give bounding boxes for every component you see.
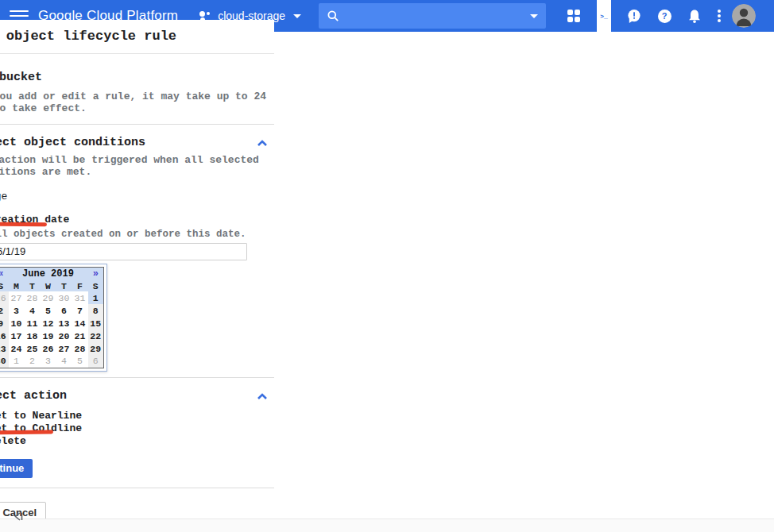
calendar-day[interactable]: 26	[41, 342, 56, 355]
calendar-day[interactable]: 27	[56, 342, 72, 355]
apps-grid-icon[interactable]	[567, 9, 581, 23]
search-icon	[327, 10, 339, 22]
calendar-day[interactable]: 28	[25, 291, 41, 304]
divider	[0, 124, 274, 125]
cloud-shell-icon[interactable]: >_	[597, 9, 611, 23]
calendar-day[interactable]: 21	[72, 330, 88, 342]
calendar-day[interactable]: 3	[9, 304, 25, 317]
calendar-day[interactable]: 20	[56, 330, 72, 342]
red-underline-annotation	[0, 222, 47, 226]
feedback-icon[interactable]	[627, 9, 641, 23]
calendar-day[interactable]: 22	[88, 330, 104, 342]
action-nearline-row: Set to Nearline	[0, 410, 274, 422]
main-panel: Add object lifecycle rule bruno-bucket A…	[0, 20, 274, 532]
calendar-day[interactable]: 26	[0, 291, 9, 304]
calendar-day[interactable]: 1	[9, 355, 25, 368]
calendar-day[interactable]: 9	[0, 317, 9, 330]
page-title: Add object lifecycle rule	[0, 29, 176, 44]
calendar-body: 2627282930311234567891011121314151617181…	[0, 291, 104, 368]
calendar-day[interactable]: 25	[25, 342, 41, 355]
divider	[0, 377, 274, 378]
search-input[interactable]	[346, 10, 522, 22]
calendar-day[interactable]: 29	[41, 291, 56, 304]
avatar[interactable]	[732, 4, 756, 28]
calendar-month-title: June 2019	[9, 267, 88, 280]
action-coldline-row: Set to Coldline	[0, 422, 274, 434]
bucket-name: bruno-bucket	[0, 71, 274, 84]
calendar-dow-row: SMTWTFS	[0, 280, 104, 291]
calendar-day[interactable]: 15	[88, 317, 104, 330]
help-icon[interactable]: ?	[657, 9, 671, 23]
calendar-day[interactable]: 2	[25, 355, 41, 368]
calendar-day[interactable]: 18	[25, 330, 41, 342]
calendar-day[interactable]: 28	[72, 342, 88, 355]
calendar-day[interactable]: 29	[88, 342, 104, 355]
calendar-day[interactable]: 7	[72, 304, 88, 317]
calendar-dow: M	[9, 280, 25, 291]
calendar-prev-icon[interactable]: «	[0, 267, 9, 280]
calendar-day[interactable]: 11	[25, 317, 41, 330]
bottom-strip	[0, 519, 774, 532]
calendar-day[interactable]: 5	[41, 304, 56, 317]
calendar-day[interactable]: 8	[88, 304, 104, 317]
calendar-day[interactable]: 4	[25, 304, 41, 317]
calendar-day[interactable]: 6	[56, 304, 72, 317]
calendar-day-selected[interactable]: 1	[88, 291, 104, 304]
calendar-day[interactable]: 2	[0, 304, 9, 317]
rule-note: After you add or edit a rule, it may tak…	[0, 91, 274, 114]
collapse-sidebar-icon[interactable]	[13, 511, 24, 525]
calendar-dow: T	[25, 280, 41, 291]
page-header: Add object lifecycle rule	[0, 20, 274, 54]
creation-date-help: All objects created on or before this da…	[0, 229, 274, 240]
calendar-day[interactable]: 10	[9, 317, 25, 330]
calendar-day[interactable]: 31	[72, 291, 88, 304]
calendar-day[interactable]: 5	[72, 355, 88, 368]
condition-age-row: Age	[0, 191, 274, 202]
divider	[0, 488, 274, 488]
calendar-day[interactable]: 30	[0, 355, 9, 368]
calendar-dow: F	[72, 280, 88, 291]
calendar-day[interactable]: 30	[56, 291, 72, 304]
calendar-day[interactable]: 6	[88, 355, 104, 368]
calendar-day[interactable]: 16	[0, 330, 9, 342]
creation-date-input[interactable]	[0, 243, 247, 260]
date-picker-popup: « June 2019 » SMTWTFS 262728293031123456…	[0, 264, 107, 372]
section-subtitle: The action will be triggered when all se…	[0, 154, 274, 178]
chevron-down-icon	[293, 14, 301, 18]
section-1-header: 1 Select object conditions	[0, 136, 274, 150]
section-title: Select object conditions	[0, 136, 145, 149]
calendar-dow: S	[88, 280, 104, 291]
calendar-dow: S	[0, 280, 9, 291]
overflow-menu-icon[interactable]	[718, 10, 721, 22]
chevron-up-icon[interactable]	[257, 392, 268, 400]
age-label: Age	[0, 191, 7, 202]
calendar-next-icon[interactable]: »	[88, 267, 104, 280]
search-bar[interactable]	[319, 3, 546, 29]
calendar-day[interactable]: 23	[0, 342, 9, 355]
avatar-image	[732, 4, 756, 28]
calendar-day[interactable]: 13	[56, 317, 72, 330]
action-radio-group: Set to Nearline Set to Coldline Delete	[0, 410, 274, 447]
calendar-day[interactable]: 12	[41, 317, 56, 330]
calendar-day[interactable]: 14	[72, 317, 88, 330]
calendar-day[interactable]: 4	[56, 355, 72, 368]
chevron-up-icon[interactable]	[257, 139, 268, 147]
condition-creation-date-row: Creation date	[0, 214, 274, 226]
notifications-bell-icon[interactable]	[687, 9, 702, 23]
search-dropdown-icon[interactable]	[530, 14, 538, 18]
calendar-day[interactable]: 3	[41, 355, 56, 368]
red-underline-annotation	[0, 430, 53, 434]
calendar-dow: W	[41, 280, 56, 291]
calendar-day[interactable]: 17	[9, 330, 25, 342]
calendar-day[interactable]: 19	[41, 330, 56, 342]
calendar-day[interactable]: 27	[9, 291, 25, 304]
section-title: Select action	[0, 389, 67, 403]
continue-button-section2[interactable]: Continue	[0, 459, 33, 478]
calendar-dow: T	[56, 280, 72, 291]
section-2-header: 2 Select action	[0, 389, 274, 403]
calendar-day[interactable]: 24	[9, 342, 25, 355]
action-delete-row: Delete	[0, 435, 274, 447]
